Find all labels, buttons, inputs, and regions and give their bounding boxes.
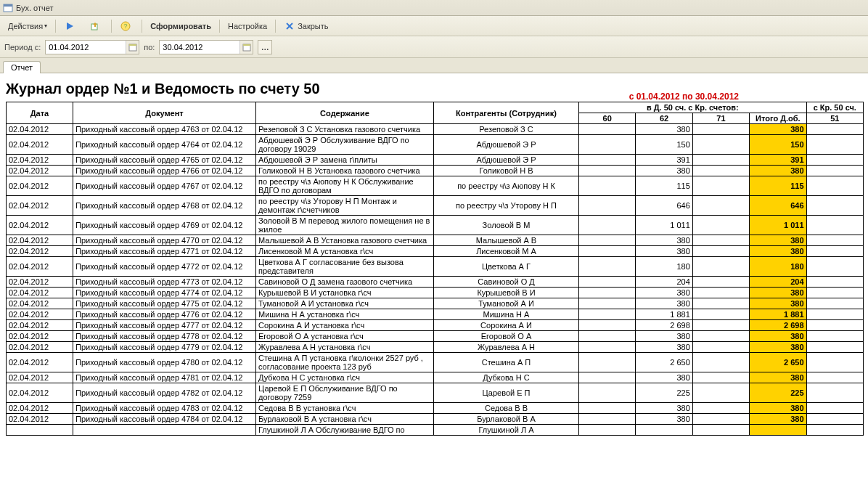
- table-row[interactable]: 02.04.2012Приходный кассовый ордер 4782 …: [7, 383, 864, 403]
- date-from-input[interactable]: [46, 43, 126, 52]
- cell-desc: по реестру ч\з Уторову Н П Монтаж и демо…: [256, 196, 434, 216]
- cell-62: 646: [636, 196, 692, 216]
- cell-60: [579, 414, 636, 425]
- table-row[interactable]: 02.04.2012Приходный кассовый ордер 4775 …: [7, 298, 864, 309]
- cell-60: [579, 403, 636, 414]
- cell-51: [806, 288, 863, 298]
- cell-doc: Приходный кассовый ордер 4768 от 02.04.1…: [73, 196, 256, 216]
- date-to-field[interactable]: [159, 40, 253, 54]
- close-button[interactable]: Закрыть: [279, 18, 333, 34]
- table-row[interactable]: 02.04.2012Приходный кассовый ордер 4766 …: [7, 166, 864, 176]
- cell-doc: Приходный кассовый ордер 4766 от 02.04.1…: [73, 166, 256, 176]
- cell-doc: Приходный кассовый ордер 4765 от 02.04.1…: [73, 155, 256, 166]
- cell-51: [806, 320, 863, 331]
- cell-contr: Дубкова Н С: [434, 372, 579, 383]
- table-row[interactable]: 02.04.2012Приходный кассовый ордер 4774 …: [7, 288, 864, 298]
- cell-date: 02.04.2012: [7, 298, 73, 309]
- date-from-field[interactable]: [45, 40, 139, 54]
- calendar-icon[interactable]: [126, 41, 139, 54]
- th-60: 60: [579, 113, 636, 124]
- cell-contr: по реестру ч\з Уторову Н П: [434, 196, 579, 216]
- cell-51: [806, 309, 863, 320]
- cell-71: [692, 216, 749, 235]
- table-row[interactable]: 02.04.2012Приходный кассовый ордер 4773 …: [7, 277, 864, 288]
- cell-71: [692, 414, 749, 425]
- table-row[interactable]: 02.04.2012Приходный кассовый ордер 4764 …: [7, 135, 864, 155]
- cell-desc: Мишина Н А установка г\сч: [256, 309, 434, 320]
- cell-71: [692, 309, 749, 320]
- table-row[interactable]: 02.04.2012Приходный кассовый ордер 4768 …: [7, 196, 864, 216]
- cell-51: [806, 257, 863, 277]
- cell-60: [579, 383, 636, 403]
- table-row[interactable]: 02.04.2012Приходный кассовый ордер 4763 …: [7, 124, 864, 135]
- cell-date: 02.04.2012: [7, 176, 73, 196]
- close-icon: [284, 20, 295, 32]
- tab-strip: Отчет: [0, 58, 868, 73]
- table-row[interactable]: 02.04.2012Приходный кассовый ордер 4772 …: [7, 257, 864, 277]
- cell-contr: Седова В В: [434, 403, 579, 414]
- cell-desc: Голиковой Н В Установка газового счетчик…: [256, 166, 434, 176]
- cell-contr: Бурлаковой В А: [434, 414, 579, 425]
- chevron-down-icon: ▾: [44, 23, 47, 29]
- table-row[interactable]: 02.04.2012Приходный кассовый ордер 4784 …: [7, 414, 864, 425]
- table-row[interactable]: Глушкиной Л А Обслуживание ВДГО поГлушки…: [7, 425, 864, 436]
- cell-51: [806, 277, 863, 288]
- form-button[interactable]: Сформировать: [145, 20, 216, 33]
- actions-menu[interactable]: Действия ▾: [3, 20, 52, 33]
- cell-date: 02.04.2012: [7, 277, 73, 288]
- th-doc: Документ: [73, 102, 256, 124]
- table-row[interactable]: 02.04.2012Приходный кассовый ордер 4783 …: [7, 403, 864, 414]
- table-row[interactable]: 02.04.2012Приходный кассовый ордер 4778 …: [7, 331, 864, 342]
- cell-62: 225: [636, 383, 692, 403]
- form-label: Сформировать: [150, 22, 211, 30]
- th-51: 51: [806, 113, 863, 124]
- table-row[interactable]: 02.04.2012Приходный кассовый ордер 4765 …: [7, 155, 864, 166]
- table-row[interactable]: 02.04.2012Приходный кассовый ордер 4769 …: [7, 216, 864, 235]
- cell-60: [579, 246, 636, 257]
- cell-date: 02.04.2012: [7, 135, 73, 155]
- cell-62: 380: [636, 288, 692, 298]
- calendar-icon[interactable]: [239, 41, 253, 54]
- cell-date: 02.04.2012: [7, 383, 73, 403]
- cell-60: [579, 425, 636, 436]
- cell-51: [806, 124, 863, 135]
- cell-71: [692, 288, 749, 298]
- export-button[interactable]: [84, 18, 108, 34]
- cell-contr: Цветкова А Г: [434, 257, 579, 277]
- cell-contr: Абдюшевой Э Р: [434, 155, 579, 166]
- separator: [55, 20, 56, 33]
- tab-report[interactable]: Отчет: [3, 61, 41, 73]
- cell-date: 02.04.2012: [7, 257, 73, 277]
- cell-date: 02.04.2012: [7, 403, 73, 414]
- table-row[interactable]: 02.04.2012Приходный кассовый ордер 4777 …: [7, 320, 864, 331]
- help-button[interactable]: ?: [115, 18, 139, 34]
- separator: [142, 20, 142, 33]
- table-row[interactable]: 02.04.2012Приходный кассовый ордер 4771 …: [7, 246, 864, 257]
- table-row[interactable]: 02.04.2012Приходный кассовый ордер 4770 …: [7, 235, 864, 246]
- play-button[interactable]: [59, 18, 83, 34]
- cell-desc: Резеповой З С Установка газового счетчик…: [256, 124, 434, 135]
- cell-total: 2 698: [750, 320, 806, 331]
- table-row[interactable]: 02.04.2012Приходный кассовый ордер 4779 …: [7, 342, 864, 353]
- cell-desc: Золовой В М перевод жилого помещения не …: [256, 216, 434, 235]
- titlebar: Бух. отчет: [0, 0, 868, 16]
- settings-button[interactable]: Настройка: [223, 20, 272, 33]
- cell-date: 02.04.2012: [7, 320, 73, 331]
- cell-60: [579, 288, 636, 298]
- cell-51: [806, 353, 863, 372]
- cell-60: [579, 216, 636, 235]
- table-row[interactable]: 02.04.2012Приходный кассовый ордер 4767 …: [7, 176, 864, 196]
- table-row[interactable]: 02.04.2012Приходный кассовый ордер 4781 …: [7, 372, 864, 383]
- period-select-button[interactable]: …: [258, 40, 272, 54]
- cell-62: 380: [636, 124, 692, 135]
- report-table: Дата Документ Содержание Контрагенты (Со…: [6, 102, 864, 436]
- cell-doc: Приходный кассовый ордер 4769 от 02.04.1…: [73, 216, 256, 235]
- svg-text:?: ?: [124, 23, 128, 30]
- table-row[interactable]: 02.04.2012Приходный кассовый ордер 4776 …: [7, 309, 864, 320]
- cell-total: 380: [750, 246, 806, 257]
- date-to-input[interactable]: [160, 43, 239, 52]
- table-row[interactable]: 02.04.2012Приходный кассовый ордер 4780 …: [7, 353, 864, 372]
- cell-desc: Малышевой А В Установка газового счетчик…: [256, 235, 434, 246]
- cell-62: 2 698: [636, 320, 692, 331]
- cell-desc: Егоровой О А установка г\сч: [256, 331, 434, 342]
